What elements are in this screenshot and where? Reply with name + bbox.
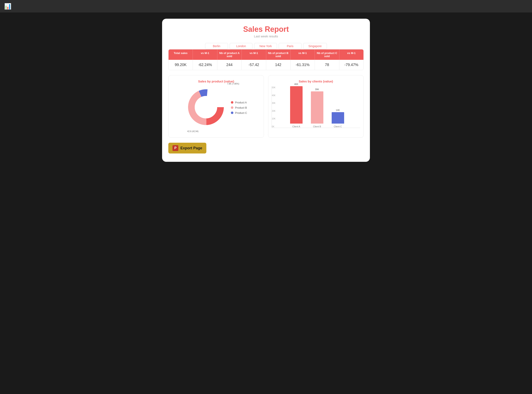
metric-value-nb-a: 244	[217, 60, 242, 70]
city-tab-london[interactable]: London	[230, 43, 252, 49]
bar-b	[311, 91, 323, 124]
legend-item-b: Product B	[231, 106, 247, 109]
y-label-50k: 50K	[272, 86, 276, 89]
export-page-button[interactable]: → P Export Page	[168, 143, 206, 154]
bar-chart-card: Sales by clients (value) 0K 10K 20K 30K …	[268, 75, 364, 138]
donut-container: 7.8K (7.86%) 42.6 (42.94)	[172, 86, 260, 129]
powerpoint-icon: → P	[172, 145, 178, 151]
bar-client-c: Client C	[334, 125, 342, 128]
metric-value-vs-m1-2: -57.42	[242, 60, 266, 70]
donut-label-top: 7.8K (7.86%)	[227, 83, 239, 85]
donut-chart-title: Sales by product (value)	[172, 80, 260, 83]
bar-value-a: 46K	[294, 83, 298, 85]
bar-a	[290, 86, 303, 124]
city-tab-singapore[interactable]: Singapore	[303, 43, 327, 49]
bar-chart-title: Sales by clients (value)	[272, 80, 360, 83]
export-btn-wrapper: → P Export Page	[168, 143, 364, 154]
donut-label-bottom: 42.6 (42.94)	[187, 130, 198, 133]
legend-item-c: Product C	[231, 111, 247, 114]
metrics-header: Total sales vs M-1 Nb of product A sold …	[168, 49, 364, 60]
bar-value-b: 39K	[315, 88, 319, 91]
metric-header-vs-m1-3: vs M-1	[291, 49, 315, 60]
svg-point-3	[195, 96, 217, 118]
metrics-table: Total sales vs M-1 Nb of product A sold …	[168, 49, 364, 70]
legend-dot-c	[231, 112, 233, 114]
metric-value-vs-m1-3: -61.31%	[291, 60, 315, 70]
legend-label-b: Product B	[235, 106, 247, 109]
metrics-values-row: 99.20K -62.24% 244 -57.42 142 -61.31% 78…	[168, 60, 364, 70]
export-page-label: Export Page	[180, 146, 202, 150]
app-icon: 📊	[4, 3, 11, 10]
metric-header-vs-m1-4: vs M-1	[339, 49, 364, 60]
bar-client-a: Client A	[292, 125, 300, 128]
y-label-20k: 20K	[272, 110, 276, 112]
legend-dot-b	[231, 106, 233, 109]
report-subtitle: Last week results	[168, 35, 364, 38]
charts-section: Sales by product (value) 7.8K (7.86%) 42…	[168, 75, 364, 138]
main-card: Sales Report Last week results Berlin Lo…	[162, 19, 370, 162]
metric-value-nb-c: 78	[315, 60, 339, 70]
bar-chart-container: 0K 10K 20K 30K 40K 50K 46K Client A	[272, 86, 360, 134]
metrics-section: Total sales vs M-1 Nb of product A sold …	[168, 49, 364, 70]
y-label-40k: 40K	[272, 94, 276, 97]
legend-item-a: Product A	[231, 101, 247, 104]
bar-c	[332, 112, 344, 124]
legend-dot-a	[231, 101, 233, 104]
bar-value-c: 14K	[336, 109, 340, 111]
metric-header-vs-m1-2: vs M-1	[242, 49, 266, 60]
y-label-10k: 10K	[272, 118, 276, 120]
metric-value-vs-m1-4: -79.47%	[339, 60, 364, 70]
bar-group-b: 39K Client B	[311, 88, 323, 128]
city-tab-newyork[interactable]: New York	[254, 43, 277, 49]
bar-group-c: 14K Client C	[332, 109, 344, 128]
topbar: 📊	[0, 0, 532, 12]
metric-header-total-sales: Total sales	[168, 49, 193, 60]
city-tab-berlin[interactable]: Berlin	[205, 43, 228, 49]
y-label-0k: 0K	[272, 125, 276, 128]
metric-header-vs-m1-1: vs M-1	[193, 49, 217, 60]
donut-svg	[185, 86, 227, 128]
legend-label-a: Product A	[235, 101, 247, 104]
donut-chart-card: Sales by product (value) 7.8K (7.86%) 42…	[168, 75, 264, 138]
city-tab-paris[interactable]: Paris	[279, 43, 302, 49]
metric-header-nb-c: Nb of product C sold	[315, 49, 339, 60]
metric-value-vs-m1-1: -62.24%	[193, 60, 217, 70]
bar-client-b: Client B	[313, 125, 321, 128]
metric-value-total-sales: 99.20K	[168, 60, 193, 70]
metric-header-nb-b: Nb of product B sold	[266, 49, 291, 60]
legend-label-c: Product C	[235, 111, 247, 114]
bar-group-a: 46K Client A	[290, 83, 303, 128]
donut-legend: Product A Product B Product C	[231, 101, 247, 114]
y-label-30k: 30K	[272, 102, 276, 104]
city-tabs: Berlin London New York Paris Singapore	[168, 43, 364, 49]
metric-header-nb-a: Nb of product A sold	[217, 49, 242, 60]
metric-value-nb-b: 142	[266, 60, 291, 70]
bar-chart-area: 0K 10K 20K 30K 40K 50K 46K Client A	[272, 86, 360, 128]
report-title: Sales Report	[168, 25, 364, 34]
